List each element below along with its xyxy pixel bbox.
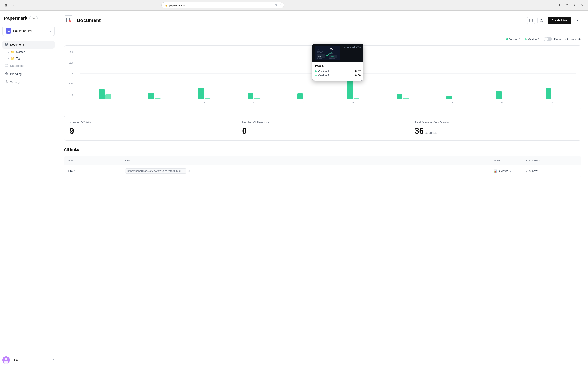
bar-v1-1 xyxy=(99,89,104,100)
col-header-link: Link xyxy=(125,159,493,162)
svg-text:751: 751 xyxy=(329,47,335,51)
y-label-0: 0:00 xyxy=(69,94,73,97)
share-file-icon xyxy=(539,18,543,22)
sidebar-item-datarooms[interactable]: Datarooms xyxy=(2,62,54,70)
refresh-icon[interactable]: ↺ xyxy=(278,4,281,7)
bar-v1-10 xyxy=(545,89,551,100)
sidebar-item-settings[interactable]: Settings xyxy=(2,78,54,86)
chevron-right-icon: › xyxy=(8,51,9,53)
sidebar-item-documents-label: Documents xyxy=(10,43,52,46)
chart-container: 0:08 0:06 0:04 0:02 0:00 xyxy=(64,45,581,109)
bar-group-2[interactable] xyxy=(130,92,179,100)
legend-label-v2: Version 2 xyxy=(528,38,539,41)
logo-text: Papermark xyxy=(4,16,27,21)
back-btn[interactable]: ‹ xyxy=(11,2,16,8)
upload-btn[interactable] xyxy=(527,17,535,24)
sidebar-item-documents[interactable]: Documents xyxy=(2,41,54,49)
url-text: papermark.io xyxy=(169,4,185,7)
sidebar-folder-master[interactable]: › 📁 Master xyxy=(2,49,54,55)
tooltip-page-label: Page 6 xyxy=(315,64,361,67)
more-options-btn[interactable]: ⋮ xyxy=(574,17,581,24)
main-content: PDF Document Create Link xyxy=(57,11,588,367)
svg-rect-0 xyxy=(5,43,7,45)
user-avatar xyxy=(2,356,10,364)
bar-v1-8 xyxy=(446,96,452,100)
bar-v1-3 xyxy=(198,88,204,100)
table-header: Name Link Views Last Viewed xyxy=(64,156,581,165)
x-label-7: 7 xyxy=(378,101,428,104)
pdf-icon: PDF xyxy=(66,17,71,23)
link-url[interactable]: https://papermark.io/view/clw6g7q7h0006p… xyxy=(125,168,186,174)
share-btn[interactable]: ⬆ xyxy=(564,2,570,8)
svg-text:MRR growth: MRR growth xyxy=(329,58,335,59)
stat-card-reactions: Number Of Reactions 0 xyxy=(236,116,409,141)
share-file-btn[interactable] xyxy=(537,17,545,24)
tooltip-ver1-label: Version 1 xyxy=(315,69,329,73)
page-header: PDF Document Create Link xyxy=(57,11,588,30)
sidebar-folder-test[interactable]: › 📁 Test xyxy=(2,55,54,62)
download-btn[interactable]: ⬇ xyxy=(557,2,563,8)
col-header-views: Views xyxy=(493,159,526,162)
tooltip-ver2-label: Version 2 xyxy=(315,74,329,77)
workspace-selector[interactable]: PA Papermark Pro ⌄ xyxy=(2,26,54,36)
page-title: Document xyxy=(77,17,524,23)
bar-group-7[interactable] xyxy=(378,94,427,100)
bar-group-5[interactable] xyxy=(279,93,328,100)
bar-group-10[interactable] xyxy=(527,89,576,100)
bar-v2-4 xyxy=(254,98,260,100)
bar-v2-5 xyxy=(304,99,310,100)
x-label-6: 6 xyxy=(328,101,378,104)
sidebar-item-branding-label: Branding xyxy=(10,72,52,76)
link-settings-icon[interactable]: ⚙ xyxy=(188,169,191,173)
bar-group-9[interactable] xyxy=(477,91,527,100)
row-more-btn[interactable]: ⋯ xyxy=(567,169,570,173)
new-tab-btn[interactable]: + xyxy=(572,2,577,8)
stat-visits-value: 9 xyxy=(70,126,231,136)
tooltip-version-1: Version 1 0:07 xyxy=(315,69,361,73)
workspace-avatar: PA xyxy=(6,28,11,34)
bar-chart-icon: 📊 xyxy=(493,169,497,173)
links-title: All links xyxy=(64,147,581,152)
branding-icon xyxy=(5,72,8,76)
tabs-btn[interactable]: ⧉ xyxy=(579,2,585,8)
stat-duration-label: Total Average View Duration xyxy=(415,121,576,124)
doc-icon-wrapper: PDF xyxy=(64,16,73,25)
col-header-last-viewed: Last Viewed xyxy=(526,159,567,162)
tooltip-stats: Stats for March 2024 xyxy=(342,46,361,48)
bar-v2-7 xyxy=(403,98,409,100)
link-name-cell: Link 1 xyxy=(68,169,125,173)
legend-item-v2: Version 2 xyxy=(525,38,539,41)
svg-point-6 xyxy=(5,358,7,360)
toggle-thumb xyxy=(544,37,548,41)
sidebar-toggle-btn[interactable]: ⊞ xyxy=(3,2,9,8)
bar-v1-5 xyxy=(297,93,303,100)
address-bar[interactable]: 🔒 papermark.io ⊡ ↺ xyxy=(162,2,284,8)
bar-group-4[interactable] xyxy=(229,93,278,100)
bar-v1-7 xyxy=(397,94,402,100)
col-header-name: Name xyxy=(68,159,125,162)
bar-group-8[interactable] xyxy=(428,96,477,100)
share-icon: ⊡ xyxy=(275,4,277,7)
chevron-down-icon: ⌄ xyxy=(49,29,52,32)
sidebar-item-branding[interactable]: Branding xyxy=(2,70,54,78)
tooltip-version-2: Version 2 0:00 xyxy=(315,74,361,77)
bar-v1-9 xyxy=(496,91,502,100)
create-link-button[interactable]: Create Link xyxy=(548,17,571,24)
link-name: Link 1 xyxy=(68,169,76,173)
tooltip-dot-v2 xyxy=(315,75,317,76)
link-url-cell: https://papermark.io/view/clw6g7q7h0006p… xyxy=(125,168,493,174)
bar-group-3[interactable] xyxy=(180,88,229,100)
x-label-1: 1 xyxy=(80,101,130,104)
forward-btn[interactable]: › xyxy=(18,2,24,8)
y-label-6: 0:06 xyxy=(69,61,73,64)
bar-group-1[interactable] xyxy=(80,89,130,100)
stat-card-duration: Total Average View Duration 36 seconds xyxy=(409,116,581,141)
exclude-toggle-switch[interactable] xyxy=(544,37,552,42)
sidebar-nav: Documents › 📁 Master › 📁 Test Da xyxy=(0,39,57,353)
stats-row: Number Of Visits 9 Number Of Reactions 0… xyxy=(64,116,581,141)
legend-dot-v2 xyxy=(525,38,527,40)
chevron-up-icon[interactable]: ∧ xyxy=(53,359,54,361)
svg-text:8.5k: 8.5k xyxy=(318,56,321,58)
x-label-2: 2 xyxy=(130,101,180,104)
views-chevron-icon[interactable]: ∨ xyxy=(510,170,511,172)
